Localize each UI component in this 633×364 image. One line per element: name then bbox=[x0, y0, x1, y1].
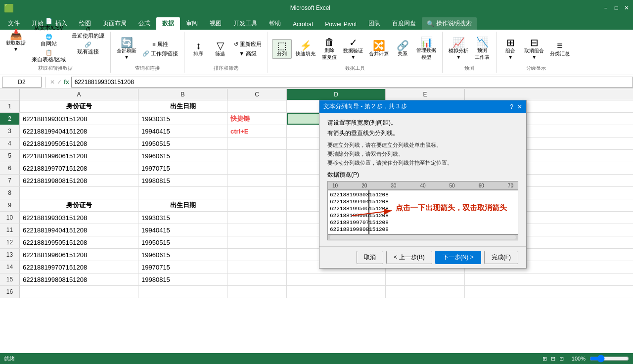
btn-from-text-csv[interactable]: 📄 从文本/CSV bbox=[30, 17, 68, 32]
btn-advanced[interactable]: ▼ 高级 bbox=[232, 49, 264, 58]
btn-flash-fill[interactable]: ⚡ 快速填充 bbox=[294, 40, 317, 58]
cell-A16[interactable] bbox=[20, 286, 138, 298]
cell-C5[interactable] bbox=[227, 150, 287, 162]
tab-developer[interactable]: 开发工具 bbox=[227, 17, 263, 30]
btn-text-to-columns[interactable]: ⬚ 分列 bbox=[272, 39, 292, 59]
cell-A9[interactable]: 身份证号 bbox=[20, 199, 138, 211]
status-view-page[interactable]: ⊡ bbox=[559, 356, 564, 362]
cell-B13[interactable]: 19960615 bbox=[138, 249, 227, 261]
tab-baidudisk[interactable]: 百度网盘 bbox=[386, 17, 422, 30]
cell-A14[interactable]: 622188199707151208 bbox=[20, 261, 138, 273]
cell-C8[interactable] bbox=[227, 187, 287, 199]
btn-remove-duplicates[interactable]: 🗑 删除重复值 bbox=[319, 36, 339, 62]
btn-forecast-sheet[interactable]: 📉 预测工作表 bbox=[472, 36, 492, 62]
cell-A4[interactable]: 622188199505151208 bbox=[20, 137, 138, 149]
cell-reference-box[interactable]: D2 bbox=[2, 77, 42, 88]
formula-input[interactable] bbox=[71, 77, 633, 88]
dialog-help-icon[interactable]: ? bbox=[510, 103, 513, 110]
cell-C9[interactable] bbox=[227, 199, 287, 211]
tab-team[interactable]: 团队 bbox=[362, 17, 386, 30]
cell-C11[interactable] bbox=[227, 224, 287, 236]
back-button[interactable]: < 上一步(B) bbox=[386, 251, 432, 264]
btn-what-if[interactable]: 📈 模拟分析▼ bbox=[447, 37, 470, 61]
confirm-formula-icon[interactable]: ✓ bbox=[57, 79, 62, 86]
cell-A3[interactable]: 622188199404151208 bbox=[20, 125, 138, 137]
finish-button[interactable]: 完成(F) bbox=[484, 251, 518, 264]
cell-E15[interactable] bbox=[386, 273, 465, 285]
tab-help[interactable]: 帮助 bbox=[263, 17, 287, 30]
cell-C14[interactable] bbox=[227, 261, 287, 273]
cell-C7[interactable] bbox=[227, 175, 287, 186]
cell-A12[interactable]: 622188199505151208 bbox=[20, 236, 138, 248]
btn-existing-connections[interactable]: 🔗 现有连接 bbox=[70, 41, 106, 56]
cell-D15[interactable] bbox=[287, 273, 386, 285]
cell-B3[interactable]: 19940415 bbox=[138, 125, 227, 137]
btn-get-data[interactable]: 📥 获取数据▼ bbox=[4, 29, 28, 53]
btn-manage-model[interactable]: 📊 管理数据模型 bbox=[414, 36, 438, 62]
dialog-close-icon[interactable]: ✕ bbox=[517, 103, 522, 110]
cell-A2[interactable]: 622188199303151208 bbox=[20, 113, 138, 125]
tab-search[interactable]: 🔍 操作说明搜索 bbox=[422, 17, 477, 30]
btn-workbook-links[interactable]: 🔗 工作簿链接 bbox=[140, 49, 180, 58]
btn-subtotal[interactable]: ≡ 分类汇总 bbox=[548, 40, 572, 58]
btn-consolidate[interactable]: 🔀 合并计算 bbox=[367, 40, 391, 58]
tab-view[interactable]: 视图 bbox=[204, 17, 227, 30]
cell-A8[interactable] bbox=[20, 187, 138, 199]
col-header-E[interactable]: E bbox=[386, 89, 465, 100]
cell-B7[interactable]: 19980815 bbox=[138, 175, 227, 186]
btn-ungroup[interactable]: ⊟ 取消组合▼ bbox=[522, 37, 546, 61]
btn-refresh-all[interactable]: 🔄 全部刷新▼ bbox=[115, 37, 138, 61]
cell-B11[interactable]: 19940415 bbox=[138, 224, 227, 236]
cell-D16[interactable] bbox=[287, 286, 386, 298]
cell-A13[interactable]: 622188199606151208 bbox=[20, 249, 138, 261]
cell-E16[interactable] bbox=[386, 286, 465, 298]
cell-A10[interactable]: 622188199303151208 bbox=[20, 212, 138, 224]
cell-B14[interactable]: 19970715 bbox=[138, 261, 227, 273]
cell-C6[interactable] bbox=[227, 162, 287, 174]
tab-data[interactable]: 数据 bbox=[156, 17, 180, 30]
cell-A15[interactable]: 622188199808151208 bbox=[20, 273, 138, 285]
btn-sort[interactable]: ↕ 排序 bbox=[188, 40, 208, 58]
tab-acrobat[interactable]: Acrobat bbox=[287, 19, 319, 30]
cell-A11[interactable]: 622188199404151208 bbox=[20, 224, 138, 236]
status-view-normal[interactable]: ⊞ bbox=[543, 356, 547, 362]
cell-C10[interactable] bbox=[227, 212, 287, 224]
cell-C4[interactable] bbox=[227, 137, 287, 149]
cell-B12[interactable]: 19950515 bbox=[138, 236, 227, 248]
cancel-button[interactable]: 取消 bbox=[357, 251, 383, 264]
cell-C12[interactable] bbox=[227, 236, 287, 248]
cell-C3[interactable]: ctrl+E bbox=[227, 125, 287, 137]
next-button[interactable]: 下一步(N) > bbox=[435, 251, 481, 264]
cell-B2[interactable]: 19930315 bbox=[138, 113, 227, 125]
cell-B5[interactable]: 19960615 bbox=[138, 150, 227, 162]
tab-formula[interactable]: 公式 bbox=[133, 17, 156, 30]
col-header-A[interactable]: A bbox=[20, 89, 138, 100]
col-header-B[interactable]: B bbox=[138, 89, 227, 100]
col-header-D[interactable]: D bbox=[287, 89, 386, 100]
cell-B1[interactable]: 出生日期 bbox=[138, 100, 227, 112]
cell-B4[interactable]: 19950515 bbox=[138, 137, 227, 149]
cell-B15[interactable]: 19980815 bbox=[138, 273, 227, 285]
cell-B8[interactable] bbox=[138, 187, 227, 199]
cell-B9[interactable]: 出生日期 bbox=[138, 199, 227, 211]
cell-C15[interactable] bbox=[227, 273, 287, 285]
cancel-formula-icon[interactable]: ✕ bbox=[50, 79, 55, 86]
cell-C13[interactable] bbox=[227, 249, 287, 261]
btn-data-validation[interactable]: ✓ 数据验证▼ bbox=[341, 37, 365, 61]
status-view-layout[interactable]: ⊟ bbox=[551, 356, 555, 362]
cell-B10[interactable]: 19930315 bbox=[138, 212, 227, 224]
cell-A1[interactable]: 身份证号 bbox=[20, 100, 138, 112]
cell-A7[interactable]: 622188199808151208 bbox=[20, 175, 138, 186]
tab-powerpivot[interactable]: Power Pivot bbox=[319, 19, 362, 30]
insert-function-icon[interactable]: fx bbox=[64, 79, 69, 86]
cell-C1[interactable] bbox=[227, 100, 287, 112]
zoom-slider[interactable] bbox=[589, 355, 629, 363]
cell-A6[interactable]: 622188199707151208 bbox=[20, 162, 138, 174]
cell-B6[interactable]: 19970715 bbox=[138, 162, 227, 174]
tab-review[interactable]: 审阅 bbox=[180, 17, 204, 30]
cell-C16[interactable] bbox=[227, 286, 287, 298]
btn-from-web[interactable]: 🌐 自网站 bbox=[30, 33, 68, 48]
btn-from-table[interactable]: 📋 来自表格/区域 bbox=[30, 49, 68, 64]
text-column-wizard-dialog[interactable]: 文本分列向导 - 第 2 步，共 3 步 ? ✕ 请设置字段宽度(列间距)。 有… bbox=[319, 100, 527, 269]
btn-recent-sources[interactable]: ⏱ 最近使用的源 bbox=[70, 26, 106, 40]
